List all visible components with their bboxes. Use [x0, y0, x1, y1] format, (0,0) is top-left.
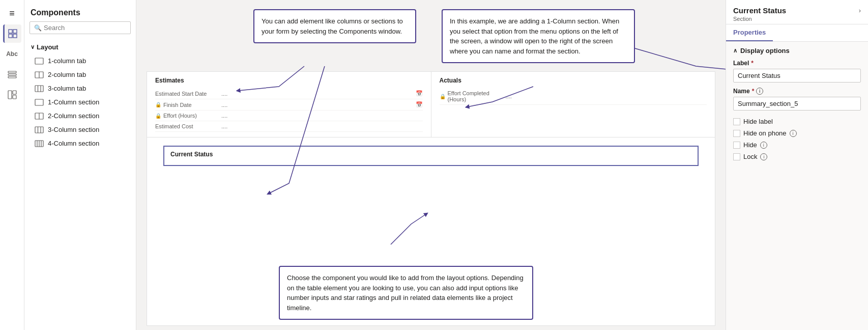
component-3col-section[interactable]: 3-Column section [24, 123, 136, 136]
hide-info-icon[interactable]: i [760, 142, 767, 149]
hide-label-checkbox-row[interactable]: Hide label [733, 116, 861, 127]
field-effort: 🔒 Effort (Hours) .... [155, 111, 423, 121]
search-icon: 🔍 [34, 24, 42, 32]
svg-rect-0 [9, 30, 12, 33]
layout-section-label: ∨ Layout [24, 40, 136, 54]
svg-rect-5 [8, 74, 16, 75]
tab-properties[interactable]: Properties [726, 24, 773, 41]
estimated-start-date-label: Estimated Start Date [155, 91, 207, 97]
current-status-title: Current Status [170, 151, 691, 158]
1col-section-icon [35, 99, 44, 106]
name-info-icon[interactable]: i [756, 88, 763, 95]
4col-section-icon [35, 140, 44, 147]
field-estimated-start-date: Estimated Start Date .... 📅 [155, 88, 423, 99]
layout-section: ∨ Layout 1-column tab 2-column tab [24, 38, 136, 152]
hide-on-phone-checkbox-row[interactable]: Hide on phone i [733, 127, 861, 139]
hide-checkbox[interactable] [733, 142, 740, 149]
hide-checkbox-row[interactable]: Hide i [733, 139, 861, 151]
svg-rect-2 [9, 34, 12, 38]
svg-rect-6 [8, 76, 16, 78]
current-status-section[interactable]: Current Status [163, 146, 699, 166]
svg-rect-13 [35, 86, 43, 92]
calendar-icon: 📅 [416, 90, 423, 97]
display-options-chevron: ∧ [733, 47, 737, 54]
label-required-star: * [751, 60, 754, 67]
label-field: Label * [733, 60, 861, 82]
components-panel-title: Components [24, 0, 136, 21]
name-required-star: * [752, 88, 755, 95]
lock-info-icon[interactable]: i [760, 153, 767, 160]
properties-panel-title: Current Status [733, 6, 786, 15]
callout-3: Choose the component you would like to a… [279, 266, 533, 320]
component-4col-section[interactable]: 4-Column section [24, 136, 136, 150]
effort-completed-label: Effort Completed (Hours) [448, 90, 506, 102]
hide-on-phone-info-icon[interactable]: i [790, 130, 797, 137]
icon-bar: ≡ Abc [0, 0, 24, 330]
finish-date-value: .... [221, 102, 414, 108]
svg-rect-4 [8, 71, 16, 73]
callout-2: In this example, we are adding a 1-Colum… [442, 9, 635, 63]
actuals-title: Actuals [440, 77, 707, 84]
effort-completed-value: .... [506, 93, 707, 99]
chevron-right-icon[interactable]: › [859, 7, 861, 14]
lock-icon-effort: 🔒 [155, 113, 161, 119]
svg-rect-3 [13, 34, 17, 38]
1col-tab-icon [35, 58, 44, 65]
label-input[interactable] [733, 69, 861, 82]
svg-rect-1 [13, 30, 17, 33]
calendar-icon-2: 📅 [416, 101, 423, 108]
search-input[interactable] [44, 24, 126, 32]
lock-checkbox[interactable] [733, 153, 740, 160]
3col-section-icon [35, 126, 44, 133]
estimated-cost-label: Estimated Cost [155, 123, 193, 129]
hide-on-phone-checkbox[interactable] [733, 130, 740, 137]
svg-rect-16 [35, 99, 43, 105]
actuals-section: Actuals 🔒 Effort Completed (Hours) .... [431, 72, 715, 137]
svg-rect-8 [13, 91, 16, 94]
estimates-section: Estimates Estimated Start Date .... 📅 🔒 … [147, 72, 431, 137]
properties-tabs: Properties [726, 24, 868, 42]
properties-header: Current Status › Section [726, 0, 868, 24]
layers-nav-icon[interactable] [3, 65, 21, 84]
callout-1: You can add element like columns or sect… [253, 9, 416, 43]
effort-value: .... [221, 113, 423, 119]
canvas-area: Estimates Estimated Start Date .... 📅 🔒 … [136, 0, 726, 330]
properties-body: ∧ Display options Label * Name * [726, 42, 868, 330]
estimates-actuals-row: Estimates Estimated Start Date .... 📅 🔒 … [147, 72, 715, 138]
properties-panel: Current Status › Section Properties ∧ Di… [726, 0, 868, 330]
search-box[interactable]: 🔍 [30, 21, 131, 34]
field-effort-completed: 🔒 Effort Completed (Hours) .... [440, 88, 707, 105]
component-1col-tab[interactable]: 1-column tab [24, 54, 136, 68]
text-nav-icon[interactable]: Abc [3, 45, 21, 63]
app-container: ≡ Abc Components 🔍 ∨ Layout [0, 0, 868, 330]
component-2col-section[interactable]: 2-Column section [24, 109, 136, 123]
components-panel: Components 🔍 ∨ Layout 1-column tab [24, 0, 136, 330]
svg-rect-9 [13, 95, 16, 99]
lock-icon-finish: 🔒 [155, 102, 161, 107]
estimated-cost-value: .... [221, 123, 423, 129]
name-field: Name * i [733, 88, 861, 111]
current-status-row: Current Status [147, 138, 715, 174]
lock-icon-effort-completed: 🔒 [440, 94, 446, 99]
lock-checkbox-row[interactable]: Lock i [733, 151, 861, 162]
display-options-section: ∧ Display options Label * Name * [733, 47, 861, 162]
component-3col-tab[interactable]: 3-column tab [24, 81, 136, 95]
hide-label-checkbox[interactable] [733, 118, 740, 125]
2col-tab-icon [35, 71, 44, 78]
2col-section-icon [35, 113, 44, 120]
properties-panel-subtitle: Section [733, 16, 861, 22]
svg-rect-10 [35, 58, 43, 64]
name-input[interactable] [733, 97, 861, 111]
field-finish-date: 🔒 Finish Date .... 📅 [155, 99, 423, 111]
estimates-title: Estimates [155, 77, 423, 84]
effort-label: Effort (Hours) [163, 113, 197, 119]
hamburger-menu[interactable]: ≡ [3, 4, 21, 22]
properties-title-row: Current Status › [733, 6, 861, 15]
finish-date-label: Finish Date [163, 102, 192, 108]
3col-tab-icon [35, 85, 44, 92]
component-1col-section[interactable]: 1-Column section [24, 95, 136, 109]
component-2col-tab[interactable]: 2-column tab [24, 68, 136, 81]
components-nav-icon[interactable] [3, 86, 21, 104]
grid-nav-icon[interactable] [3, 24, 21, 43]
layout-chevron: ∨ [31, 44, 35, 50]
